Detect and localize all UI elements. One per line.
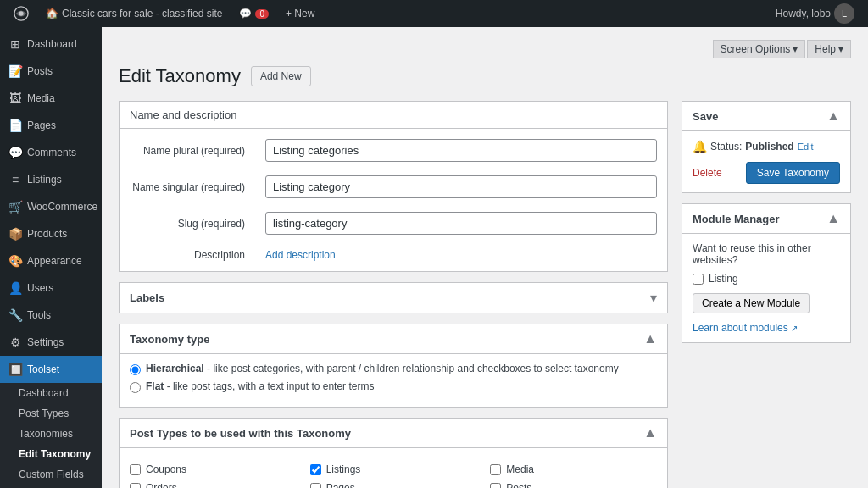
- page-header: Edit Taxonomy Add New: [119, 65, 851, 87]
- tools-icon: 🔧: [8, 308, 22, 322]
- name-singular-input[interactable]: [265, 175, 657, 198]
- howdy-user[interactable]: Howdy, lobo L: [769, 3, 861, 24]
- module-manager-box: Module Manager ▲ Want to reuse this in o…: [682, 203, 851, 343]
- save-box-body: 🔔 Status: Published Edit Delete Save Tax…: [682, 131, 850, 192]
- sidebar-item-dashboard[interactable]: ⊞ Dashboard: [0, 30, 102, 58]
- wp-logo[interactable]: [7, 6, 36, 21]
- name-plural-row: Name plural (required): [120, 132, 667, 169]
- posts-icon: 📝: [8, 64, 22, 78]
- flat-label[interactable]: Flat - like post tags, with a text input…: [146, 380, 374, 392]
- sidebar: ⊞ Dashboard 📝 Posts 🖼 Media 📄 Pages 💬 Co…: [0, 27, 102, 488]
- labels-section[interactable]: Labels ▾: [119, 282, 668, 313]
- pages-label[interactable]: Pages: [326, 482, 355, 488]
- comments-count: 0: [255, 9, 269, 19]
- listing-module-label[interactable]: Listing: [709, 273, 738, 285]
- name-description-table: Name plural (required) Name singular (re…: [120, 132, 667, 268]
- submenu-dashboard[interactable]: Dashboard: [0, 383, 102, 403]
- submenu-post-types[interactable]: Post Types: [0, 403, 102, 424]
- screen-meta-bar: Screen Options ▾ Help ▾: [119, 40, 851, 58]
- orders-checkbox[interactable]: [130, 483, 141, 489]
- listings-checkbox[interactable]: [310, 464, 321, 475]
- comments-menu-icon: 💬: [8, 146, 22, 159]
- help-button[interactable]: Help ▾: [807, 40, 851, 58]
- status-row: 🔔 Status: Published Edit: [693, 140, 840, 153]
- sidebar-item-media[interactable]: 🖼 Media: [0, 85, 102, 112]
- main-column: Name and description Name plural (requir…: [119, 101, 668, 488]
- submenu-relationships[interactable]: Relationships: [0, 485, 102, 488]
- sidebar-item-comments[interactable]: 💬 Comments: [0, 139, 102, 166]
- add-new-button[interactable]: Add New: [251, 66, 311, 86]
- module-manager-toggle: ▲: [826, 211, 840, 226]
- side-column: Save ▲ 🔔 Status: Published Edit Delete S…: [682, 101, 851, 353]
- listings-label[interactable]: Listings: [326, 463, 361, 475]
- sidebar-item-users[interactable]: 👤 Users: [0, 274, 102, 302]
- checkbox-coupons: Coupons: [130, 463, 297, 475]
- comments-link[interactable]: 💬 0: [232, 8, 275, 19]
- coupons-checkbox[interactable]: [130, 464, 141, 475]
- name-description-box: Name and description Name plural (requir…: [119, 101, 668, 272]
- products-icon: 📦: [8, 227, 22, 241]
- sidebar-item-posts[interactable]: 📝 Posts: [0, 58, 102, 85]
- orders-label[interactable]: Orders: [146, 482, 177, 488]
- status-badge: Published: [745, 141, 793, 152]
- name-description-body: Name plural (required) Name singular (re…: [120, 129, 667, 271]
- taxonomy-type-header[interactable]: Taxonomy type ▲: [120, 324, 667, 354]
- taxonomy-type-toggle: ▲: [643, 331, 657, 347]
- users-icon: 👤: [8, 281, 22, 295]
- media-icon: 🖼: [8, 92, 22, 105]
- posts-checkbox[interactable]: [490, 483, 501, 489]
- site-name[interactable]: 🏠 Classic cars for sale - classified sit…: [39, 8, 229, 19]
- hierarchical-label[interactable]: Hierarchical - like post categories, wit…: [146, 363, 619, 374]
- media-label[interactable]: Media: [506, 463, 534, 475]
- add-description-link[interactable]: Add description: [265, 249, 336, 261]
- save-taxonomy-button[interactable]: Save Taxonomy: [746, 162, 840, 184]
- status-edit-link[interactable]: Edit: [798, 141, 814, 152]
- sidebar-item-woocommerce[interactable]: 🛒 WooCommerce: [0, 193, 102, 220]
- description-row: Description Add description: [120, 241, 667, 268]
- listing-module-checkbox[interactable]: [693, 274, 704, 285]
- sidebar-item-listings[interactable]: ≡ Listings: [0, 166, 102, 193]
- pages-checkbox[interactable]: [310, 483, 321, 489]
- toolset-submenu: Dashboard Post Types Taxonomies Edit Tax…: [0, 383, 102, 488]
- content-area: Name and description Name plural (requir…: [119, 101, 851, 488]
- admin-bar: 🏠 Classic cars for sale - classified sit…: [0, 0, 868, 27]
- module-manager-header[interactable]: Module Manager ▲: [682, 204, 850, 234]
- post-types-grid: Coupons Listings Media: [130, 457, 657, 488]
- posts-label[interactable]: Posts: [506, 482, 531, 488]
- toolset-icon: 🔲: [8, 363, 22, 376]
- sidebar-item-toolset[interactable]: 🔲 Toolset: [0, 356, 102, 383]
- status-icon: 🔔: [693, 140, 707, 153]
- sidebar-item-settings[interactable]: ⚙ Settings: [0, 329, 102, 356]
- checkbox-pages: Pages: [310, 482, 477, 488]
- submenu-edit-taxonomy[interactable]: Edit Taxonomy: [0, 444, 102, 464]
- delete-link[interactable]: Delete: [693, 167, 722, 179]
- name-plural-input[interactable]: [265, 139, 657, 162]
- submenu-taxonomies[interactable]: Taxonomies: [0, 424, 102, 444]
- coupons-label[interactable]: Coupons: [146, 463, 186, 475]
- checkbox-posts: Posts: [490, 482, 657, 488]
- module-manager-title: Module Manager: [693, 213, 780, 225]
- flat-radio[interactable]: [130, 382, 141, 393]
- slug-row: Slug (required): [120, 205, 667, 241]
- pages-icon: 📄: [8, 119, 22, 132]
- post-types-header[interactable]: Post Types to be used with this Taxonomy…: [120, 419, 667, 448]
- new-content-link[interactable]: + New: [279, 8, 321, 19]
- learn-modules-link[interactable]: Learn about modules ↗: [693, 322, 798, 334]
- slug-input[interactable]: [265, 212, 657, 235]
- submenu-custom-fields[interactable]: Custom Fields: [0, 464, 102, 485]
- screen-options-button[interactable]: Screen Options ▾: [713, 40, 806, 58]
- sidebar-item-products[interactable]: 📦 Products: [0, 220, 102, 247]
- flat-option: Flat - like post tags, with a text input…: [130, 380, 657, 393]
- media-checkbox[interactable]: [490, 464, 501, 475]
- post-types-toggle: ▲: [643, 425, 657, 441]
- save-box-header[interactable]: Save ▲: [682, 102, 850, 131]
- checkbox-media: Media: [490, 463, 657, 475]
- sidebar-item-tools[interactable]: 🔧 Tools: [0, 302, 102, 329]
- sidebar-item-pages[interactable]: 📄 Pages: [0, 112, 102, 139]
- checkbox-orders: Orders: [130, 482, 297, 488]
- status-label: Status:: [710, 141, 742, 152]
- sidebar-item-appearance[interactable]: 🎨 Appearance: [0, 247, 102, 274]
- main-content: Screen Options ▾ Help ▾ Edit Taxonomy Ad…: [102, 27, 868, 488]
- create-module-button[interactable]: Create a New Module: [693, 293, 810, 313]
- hierarchical-radio[interactable]: [130, 364, 141, 375]
